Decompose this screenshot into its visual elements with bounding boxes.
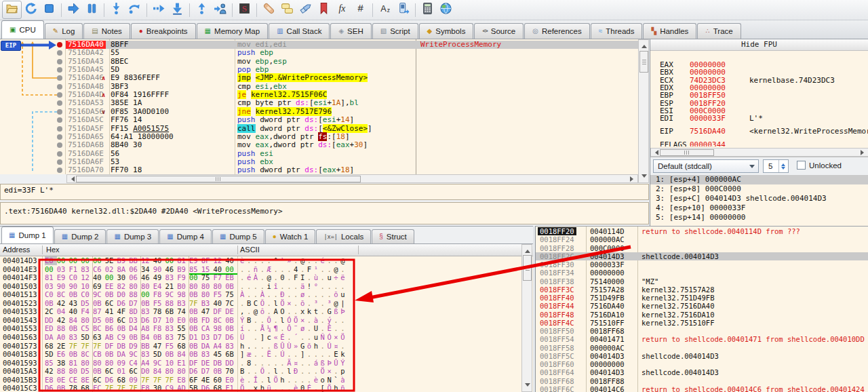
hex-byte[interactable]: 69: [93, 282, 105, 291]
hex-byte[interactable]: 03: [45, 282, 57, 291]
spinner-down-icon[interactable]: [781, 167, 785, 172]
step-out-button[interactable]: [168, 1, 186, 18]
hex-byte[interactable]: 8A: [117, 265, 130, 274]
hex-byte[interactable]: 81: [177, 256, 189, 265]
register-value[interactable]: 0018FF50: [690, 92, 726, 99]
arg-row-2[interactable]: 2: [esp+8] 000C0000: [650, 184, 868, 194]
dump-address[interactable]: 004014E3: [3, 265, 37, 274]
hex-byte[interactable]: D6: [189, 367, 201, 376]
hex-byte[interactable]: 84: [153, 367, 165, 376]
hex-byte[interactable]: 90: [153, 265, 165, 274]
stack-address[interactable]: 0018FF40: [540, 294, 574, 302]
hex-byte[interactable]: 80: [189, 282, 201, 291]
dump-address[interactable]: 004015B3: [3, 376, 37, 385]
hex-byte[interactable]: EB: [225, 273, 237, 282]
hex-byte[interactable]: E0: [225, 376, 237, 385]
hex-byte[interactable]: 21: [165, 282, 178, 291]
dump-address[interactable]: 00401583: [3, 350, 37, 359]
dump-address[interactable]: 00401513: [3, 290, 37, 299]
hex-byte[interactable]: 63: [93, 333, 105, 342]
stack-address[interactable]: 0018FF50: [540, 327, 574, 335]
tab-locals[interactable]: |x=|Locals: [316, 229, 371, 243]
hex-byte[interactable]: 78: [69, 384, 81, 392]
dump-address[interactable]: 004014D3: [3, 256, 37, 265]
disassembly-hscrollbar[interactable]: [66, 174, 638, 183]
patches-button[interactable]: [260, 1, 278, 18]
hex-byte[interactable]: 7F: [105, 384, 117, 392]
breakpoint-dot[interactable]: [57, 117, 62, 123]
calculator-button[interactable]: [418, 1, 437, 18]
hex-byte[interactable]: 5D: [81, 333, 93, 342]
hex-byte[interactable]: 0B: [214, 367, 226, 376]
stack-comment[interactable]: kernel32.751510FF: [642, 319, 714, 327]
hex-byte[interactable]: 83: [141, 350, 153, 359]
dump-row-004014D3[interactable]: 004014D3E8000000005EB9BB12400081E98F1240…: [0, 256, 522, 265]
hex-byte[interactable]: 00: [165, 256, 178, 265]
disasm-row-7516DA6B[interactable]: 7516DA6B8B40 30mov eax,dword ptr ds:[eax…: [0, 141, 638, 149]
hex-byte[interactable]: 74: [177, 307, 189, 316]
stack-address[interactable]: 0018FF6C: [540, 385, 574, 392]
hex-byte[interactable]: F1: [225, 384, 237, 392]
tab-source[interactable]: <>Source: [474, 23, 524, 39]
hex-byte[interactable]: 7F: [81, 342, 93, 351]
hex-byte[interactable]: 83: [81, 265, 93, 274]
registers-hscrollbar[interactable]: [650, 148, 868, 157]
stack-value[interactable]: 004014D3: [590, 352, 625, 360]
hex-byte[interactable]: C5: [81, 324, 93, 333]
dump-ascii[interactable]: ..ñ.Æ...4.F¹..@.: [240, 265, 347, 274]
hex-byte[interactable]: 68: [177, 342, 189, 351]
hex-byte[interactable]: DB: [214, 359, 226, 368]
register-value[interactable]: 0000033F: [690, 115, 726, 122]
hex-byte[interactable]: 0B: [105, 290, 117, 299]
hex-byte[interactable]: 00: [141, 290, 153, 299]
hex-byte[interactable]: 0B: [93, 367, 105, 376]
dump-ascii[interactable]: .BCÕ.lÖ×.õ.³.³@|: [240, 299, 347, 308]
hex-byte[interactable]: CA: [201, 324, 214, 333]
hex-byte[interactable]: 0B: [69, 290, 81, 299]
hex-byte[interactable]: 84: [177, 350, 189, 359]
hex-byte[interactable]: 0B: [69, 350, 81, 359]
stack-address[interactable]: 0018FF24: [540, 235, 574, 243]
stop-button[interactable]: [40, 1, 58, 18]
hex-byte[interactable]: 0B: [129, 333, 141, 342]
stack-comment[interactable]: return to shellcode.004014C6 from shellc…: [642, 385, 865, 392]
hex-byte[interactable]: 0B: [105, 316, 117, 325]
hex-byte[interactable]: 30: [117, 273, 130, 282]
stack-address[interactable]: 0018FF2C: [540, 252, 574, 260]
hex-byte[interactable]: 00: [93, 256, 105, 265]
stack-row-0018FF40[interactable]: 0018FF40751D49FBkernel32.751D49FB: [536, 294, 868, 302]
hex-byte[interactable]: 0B: [57, 384, 69, 392]
hex-byte[interactable]: 0B: [189, 316, 201, 325]
stack-address[interactable]: 0018FF38: [540, 277, 574, 286]
hex-byte[interactable]: 00: [81, 256, 93, 265]
stack-value[interactable]: 0018FF88: [590, 377, 625, 385]
hide-fpu-button[interactable]: Hide FPU: [650, 39, 868, 51]
hex-byte[interactable]: 0B: [165, 350, 178, 359]
hex-byte[interactable]: 42: [57, 316, 69, 325]
hex-byte[interactable]: 46: [165, 265, 178, 274]
hex-byte[interactable]: 12: [214, 256, 226, 265]
hex-byte[interactable]: 6F: [189, 376, 201, 385]
dump-row-00401563[interactable]: 00401563DAA0835D63ABC90BB40B8375D1D3D7D6…: [0, 333, 522, 342]
hex-byte[interactable]: E8: [141, 384, 153, 392]
disasm-bytes[interactable]: 385E 1A: [111, 99, 142, 107]
stack-row-0018FF48[interactable]: 0018FF487516DA10kernel32.7516DA10: [536, 311, 868, 319]
hex-byte[interactable]: 80: [69, 367, 81, 376]
hex-byte[interactable]: 0B: [45, 299, 57, 308]
stack-address[interactable]: 0018FF60: [540, 360, 574, 368]
hex-byte[interactable]: 90: [69, 282, 81, 291]
hex-byte[interactable]: 8C: [57, 290, 69, 299]
hex-byte[interactable]: 00: [57, 256, 69, 265]
hex-byte[interactable]: D7: [214, 333, 226, 342]
hex-byte[interactable]: DE: [201, 359, 214, 368]
hex-byte[interactable]: 8D: [129, 307, 141, 316]
breakpoint-dot[interactable]: [57, 92, 62, 98]
hex-byte[interactable]: 7F: [93, 342, 105, 351]
comments-button[interactable]: [278, 1, 296, 18]
hex-byte[interactable]: A0: [57, 333, 69, 342]
hex-byte[interactable]: D0: [117, 290, 130, 299]
pause-button[interactable]: [83, 1, 101, 18]
dump-address[interactable]: 00401523: [3, 299, 37, 308]
breakpoint-dot[interactable]: [57, 126, 62, 132]
hex-byte[interactable]: 68: [214, 384, 226, 392]
